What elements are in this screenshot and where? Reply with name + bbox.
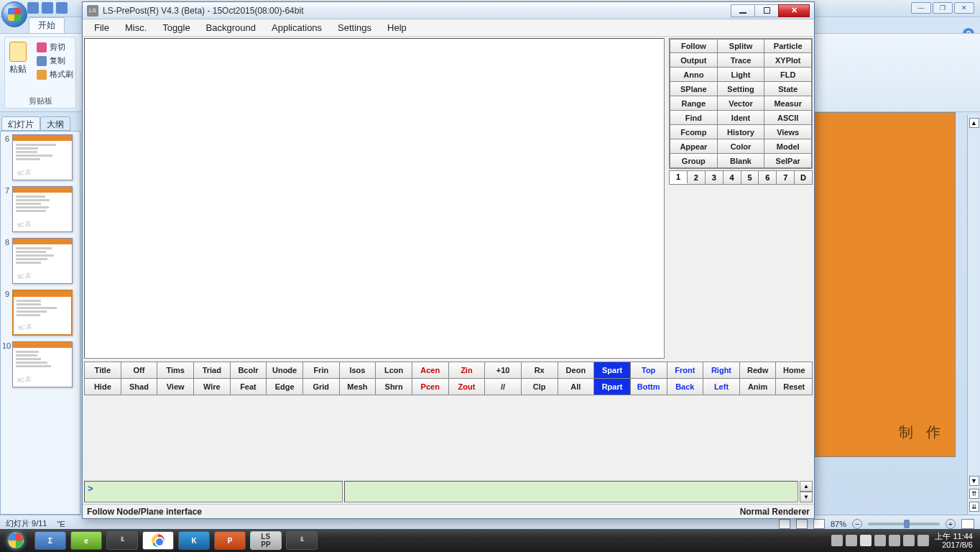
- btn-tims[interactable]: Tims: [157, 362, 194, 378]
- undo-icon[interactable]: [42, 2, 53, 14]
- tool-find[interactable]: Find: [670, 111, 718, 125]
- page-tab-5[interactable]: 5: [741, 171, 759, 184]
- view-show-icon[interactable]: [813, 519, 825, 529]
- taskbar-ppt[interactable]: P: [214, 531, 246, 550]
- btn-frin[interactable]: Frin: [303, 362, 340, 378]
- lspp-titlebar[interactable]: LS LS-PrePost(R) V4.3 (Beta) - 15Oct2015…: [83, 2, 814, 19]
- tool-range[interactable]: Range: [670, 96, 718, 111]
- ribbon-tab-home[interactable]: 开始: [29, 17, 65, 33]
- redo-icon[interactable]: [56, 2, 68, 14]
- btn-front[interactable]: Front: [667, 362, 704, 378]
- menu-misc[interactable]: Misc.: [118, 20, 154, 35]
- btn-lcon[interactable]: Lcon: [376, 362, 412, 378]
- command-input[interactable]: >: [84, 481, 343, 502]
- btn-zout[interactable]: Zout: [449, 379, 486, 395]
- tool-group[interactable]: Group: [670, 154, 718, 168]
- btn-all[interactable]: All: [558, 379, 595, 395]
- btn-spart[interactable]: Spart: [594, 362, 631, 378]
- quick-access-toolbar[interactable]: [27, 2, 68, 14]
- tool-splitw[interactable]: Splitw: [718, 39, 765, 53]
- scroll-up-icon[interactable]: ▲: [969, 118, 979, 128]
- btn-right[interactable]: Right: [703, 362, 740, 378]
- tool-setting[interactable]: Setting: [718, 82, 765, 96]
- btn-bcolr[interactable]: Bcolr: [231, 362, 267, 378]
- page-tab-3[interactable]: 3: [706, 171, 724, 184]
- tool-anno[interactable]: Anno: [670, 68, 718, 82]
- taskbar-lstc2[interactable]: ╙: [286, 531, 318, 550]
- tool-splane[interactable]: SPlane: [670, 82, 718, 96]
- tray-flag-icon[interactable]: [860, 535, 872, 546]
- tool-particle[interactable]: Particle: [764, 39, 812, 53]
- taskbar-lstc1[interactable]: ╙: [106, 531, 138, 550]
- save-icon[interactable]: [27, 2, 39, 14]
- btn-redw[interactable]: Redw: [740, 362, 777, 378]
- tool-measur[interactable]: Measur: [764, 96, 812, 111]
- slide-thumbnail[interactable]: ftC高: [12, 290, 73, 336]
- taskbar-chrome[interactable]: [142, 531, 174, 550]
- tool-ident[interactable]: Ident: [718, 111, 765, 125]
- tab-slides[interactable]: 幻灯片: [1, 116, 40, 131]
- btn-mesh[interactable]: Mesh: [340, 379, 376, 395]
- menu-toggle[interactable]: Toggle: [155, 20, 197, 35]
- clock[interactable]: 上午 11:44 2017/8/6: [935, 532, 973, 549]
- slide-thumb-row[interactable]: 6ftC高: [1, 132, 80, 183]
- zoom-slider[interactable]: [868, 523, 940, 525]
- tool-views[interactable]: Views: [764, 125, 812, 139]
- slide-thumb-row[interactable]: 8ftC高: [1, 235, 80, 287]
- output-spinner[interactable]: ▲▼: [800, 481, 813, 502]
- page-tab-1[interactable]: 1: [670, 171, 688, 184]
- menu-help[interactable]: Help: [380, 20, 414, 35]
- menu-background[interactable]: Background: [199, 20, 263, 35]
- maximize-button[interactable]: [754, 4, 779, 17]
- tool-fld[interactable]: FLD: [764, 68, 812, 82]
- btn-view[interactable]: View: [157, 379, 194, 395]
- next-slide-icon[interactable]: ⇊: [969, 502, 979, 512]
- slide-thumbnail[interactable]: ftC高: [12, 186, 73, 232]
- btn-[interactable]: //: [485, 379, 522, 395]
- btn-hide[interactable]: Hide: [85, 379, 121, 395]
- page-tab-D[interactable]: D: [795, 171, 812, 184]
- cut-button[interactable]: 剪切: [37, 42, 73, 52]
- slide-thumbnail[interactable]: ftC高: [12, 134, 73, 180]
- tab-outline[interactable]: 大纲: [40, 116, 70, 131]
- tool-follow[interactable]: Follow: [670, 39, 718, 53]
- btn-triad[interactable]: Triad: [194, 362, 231, 378]
- tool-ascii[interactable]: ASCII: [764, 111, 812, 125]
- btn-edge[interactable]: Edge: [267, 379, 303, 395]
- page-tab-2[interactable]: 2: [688, 171, 706, 184]
- btn-clp[interactable]: Clp: [522, 379, 558, 395]
- close-button[interactable]: ✕: [778, 4, 810, 17]
- view-normal-icon[interactable]: [779, 519, 790, 529]
- tray-action-icon[interactable]: [846, 535, 857, 546]
- prev-slide-icon[interactable]: ⇈: [969, 489, 979, 499]
- office-minimize-button[interactable]: —: [911, 2, 931, 14]
- tool-vector[interactable]: Vector: [718, 96, 765, 111]
- vertical-scrollbar[interactable]: ▲ ▼ ⇈ ⇊: [967, 115, 980, 515]
- tool-history[interactable]: History: [718, 125, 765, 139]
- slide-thumb-row[interactable]: 7ftC高: [1, 183, 80, 235]
- tool-appear[interactable]: Appear: [670, 139, 718, 154]
- tool-trace[interactable]: Trace: [718, 53, 765, 68]
- fit-window-icon[interactable]: [961, 519, 974, 529]
- btn-home[interactable]: Home: [776, 362, 812, 378]
- viewport[interactable]: [84, 38, 665, 359]
- zoom-in-button[interactable]: +: [946, 519, 956, 529]
- slide-thumbnail[interactable]: ftC高: [12, 341, 73, 387]
- taskbar-ie[interactable]: e: [70, 531, 102, 550]
- slide-thumb-row[interactable]: 10ftC高: [1, 339, 80, 390]
- taskbar-lspp[interactable]: LS PP: [250, 531, 282, 550]
- btn-back[interactable]: Back: [667, 379, 704, 395]
- format-painter-button[interactable]: 格式刷: [37, 69, 73, 80]
- btn-reset[interactable]: Reset: [776, 379, 812, 395]
- zoom-out-button[interactable]: −: [852, 519, 862, 529]
- btn-anim[interactable]: Anim: [740, 379, 777, 395]
- btn-zin[interactable]: Zin: [449, 362, 486, 378]
- page-tab-6[interactable]: 6: [759, 171, 777, 184]
- taskbar-k[interactable]: K: [178, 531, 210, 550]
- tray-ime-icon[interactable]: [903, 535, 915, 546]
- tray-custom-icon[interactable]: [831, 535, 843, 546]
- office-button[interactable]: [1, 1, 27, 27]
- tray-power-icon[interactable]: [889, 535, 900, 546]
- menu-applications[interactable]: Applications: [264, 20, 329, 35]
- tool-selpar[interactable]: SelPar: [764, 154, 812, 168]
